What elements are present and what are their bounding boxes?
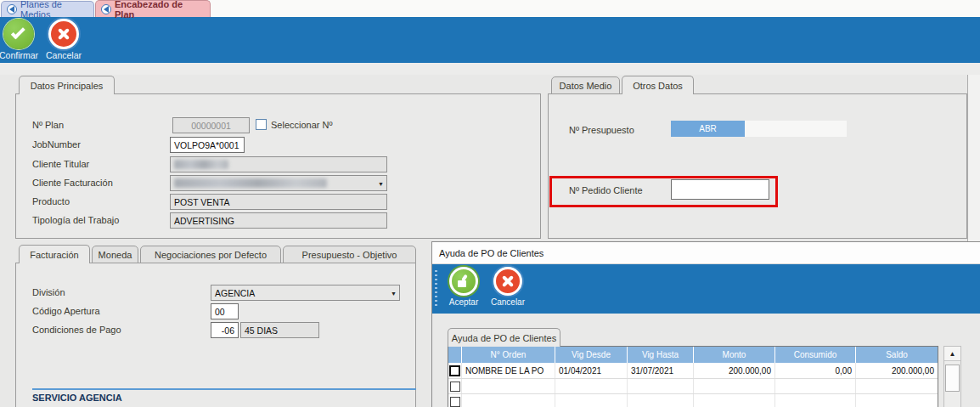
grid-scrollbar[interactable]: ▲ [943,346,961,407]
po-toolbar: Aceptar Cancelar [432,264,980,314]
plan-field: 00000001 [172,117,250,133]
po-help-window: Ayuda de PO de Clientes Aceptar Cancelar… [431,241,980,407]
aceptar-button[interactable]: Aceptar [442,267,486,313]
tab-datos-medio[interactable]: Datos Medio [551,76,620,94]
column-header[interactable]: Vig Hasta [628,347,694,363]
cancelar-button[interactable]: Cancelar [39,19,88,61]
cancelar-label: Cancelar [46,50,82,60]
tab-planes-de-medios[interactable]: Planes de Medios [1,1,94,17]
tab-negociaciones[interactable]: Negociaciones por Defecto [140,246,281,263]
tab-label: Encabezado de Plan [115,0,201,20]
tab-label: Facturación [30,250,78,260]
section-divider [32,388,416,390]
tipologia-field: ADVERTISING [170,212,387,229]
presupuesto-segment[interactable]: ABR [671,121,745,137]
cell-consumido: 0,00 [775,363,856,378]
tipologia-label: Tipología del Trabajo [32,215,119,225]
condiciones-desc-field: 45 DIAS [240,322,319,338]
app-window: Planes de Medios Encabezado de Plan Conf… [0,0,980,407]
seleccionar-checkbox[interactable] [256,119,267,130]
main-toolbar: Confirmar Cancelar [0,17,980,63]
cell-saldo: 200.000,00 [856,363,938,378]
division-combobox[interactable]: AGENCIA ▼ [211,285,400,301]
producto-label: Producto [32,196,70,206]
tab-otros-datos[interactable]: Otros Datos [622,76,694,94]
scrollbar-thumb[interactable] [945,365,960,392]
tab-presupuesto-objetivo[interactable]: Presupuesto - Objetivo [283,246,416,263]
tab-encabezado-de-plan[interactable]: Encabezado de Plan [95,0,211,17]
scroll-up-icon[interactable]: ▲ [944,347,960,361]
aceptar-label: Aceptar [449,297,478,307]
column-header[interactable]: Saldo [856,347,938,363]
row-checkbox[interactable] [450,397,460,407]
tab-facturacion[interactable]: Facturación [19,245,90,263]
column-header[interactable]: Vig Desde [555,347,628,363]
table-row[interactable]: NOMBRE DE LA PO 01/04/2021 31/07/2021 20… [448,363,938,378]
cliente-facturacion-combobox[interactable]: ▼ [170,175,387,191]
jobnumber-field[interactable]: VOLPO9A*0001 [170,137,245,153]
confirmar-label: Confirmar [0,50,38,60]
presupuesto-label: Nº Presupuesto [569,125,634,135]
row-checkbox[interactable] [449,365,460,376]
chevron-down-icon: ▼ [378,180,384,186]
select-all-header[interactable] [448,347,462,363]
codigo-apertura-label: Código Apertura [32,306,100,316]
tab-label: Presupuesto - Objetivo [302,250,397,260]
tab-moneda[interactable]: Moneda [92,246,138,263]
tab-label: Negociaciones por Defecto [155,250,267,260]
condiciones-codigo-field[interactable]: -06 [211,322,239,338]
cancelar-label: Cancelar [491,297,525,307]
chevron-down-icon: ▼ [391,290,397,296]
blurred-value [174,160,228,169]
cell-vig-hasta: 31/07/2021 [628,363,694,378]
check-icon [3,19,34,49]
highlight-annotation [549,176,778,207]
codigo-apertura-field[interactable]: 00 [211,303,239,319]
table-row[interactable] [448,393,938,407]
cell-monto: 200.000,00 [694,363,775,378]
cell-orden: NOMBRE DE LA PO [462,363,555,378]
tab-label: Moneda [99,250,132,260]
row-checkbox[interactable] [450,382,460,392]
tab-label: Datos Principales [31,81,104,91]
jobnumber-label: JobNumber [32,139,81,150]
document-tabbar: Planes de Medios Encabezado de Plan [0,0,980,17]
tab-label: Datos Medio [560,81,612,91]
plan-icon [7,4,17,14]
cliente-titular-label: Cliente Titular [32,159,89,169]
cancel-icon [493,267,522,296]
cliente-facturacion-label: Cliente Facturación [32,178,113,188]
division-label: División [32,287,65,297]
toolbar-substrip [0,63,980,75]
otros-datos-panel [548,93,967,239]
po-window-title: Ayuda de PO de Clientes [432,242,980,264]
column-header[interactable]: N° Orden [462,347,555,363]
column-header[interactable]: Consumido [775,347,856,363]
servicio-agencia-heading: SERVICIO AGENCIA [32,393,122,403]
cell-vig-desde: 01/04/2021 [555,363,628,378]
plan-label: Nº Plan [32,120,64,130]
presupuesto-field[interactable] [745,121,847,137]
toolbar-grip[interactable] [435,270,437,308]
tab-ayuda-po-clientes[interactable]: Ayuda de PO de Clientes [448,328,560,347]
confirmar-button[interactable]: Confirmar [0,19,43,61]
table-row[interactable] [448,378,938,393]
condiciones-pago-label: Condiciones de Pago [32,325,121,335]
po-grid: N° Orden Vig Desde Vig Hasta Monto Consu… [448,346,938,407]
thumbs-up-icon [449,267,478,296]
cancel-icon [48,19,79,49]
tab-label: Otros Datos [633,81,683,91]
plan-icon [101,4,111,14]
cliente-titular-field [170,156,387,172]
column-header[interactable]: Monto [694,347,775,363]
po-grid-header: N° Orden Vig Desde Vig Hasta Monto Consu… [448,347,938,363]
tab-datos-principales[interactable]: Datos Principales [19,76,115,94]
blurred-value [174,178,327,188]
seleccionar-label: Seleccionar Nº [271,120,333,130]
producto-field: POST VENTA [170,194,387,210]
tab-label: Ayuda de PO de Clientes [452,333,556,343]
cancelar-button[interactable]: Cancelar [486,267,530,313]
